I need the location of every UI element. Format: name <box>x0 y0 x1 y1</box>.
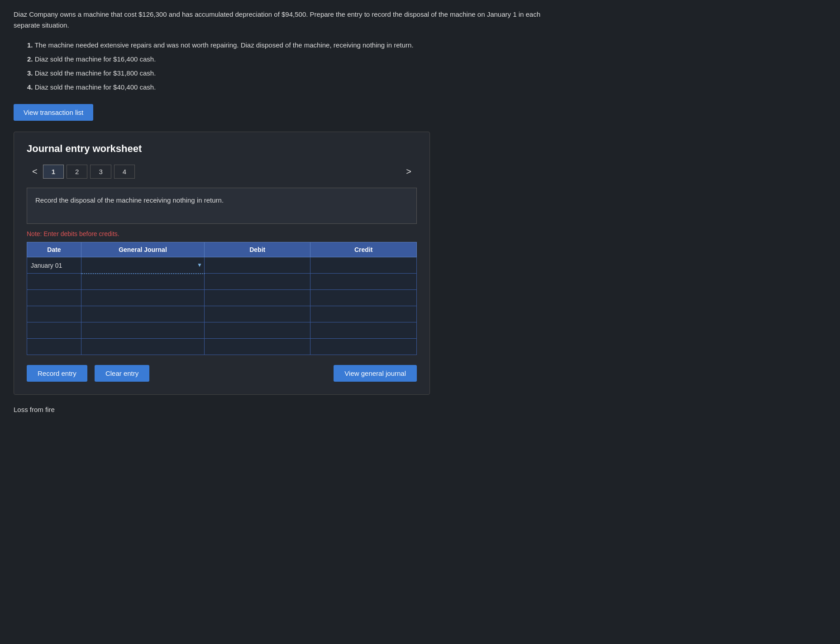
col-credit: Credit <box>310 242 417 257</box>
date-cell-3 <box>27 290 81 306</box>
view-general-journal-button[interactable]: View general journal <box>334 365 417 382</box>
debit-cell-6[interactable] <box>204 339 310 355</box>
journal-input-5[interactable] <box>91 322 204 338</box>
journal-cell-6[interactable] <box>81 339 205 355</box>
intro-item-3: 3. Diaz sold the machine for $31,800 cas… <box>27 67 826 79</box>
instruction-box: Record the disposal of the machine recei… <box>27 188 417 224</box>
credit-cell-4[interactable] <box>310 306 417 322</box>
worksheet-title: Journal entry worksheet <box>27 143 417 155</box>
col-date: Date <box>27 242 81 257</box>
table-row: January 01 ▼ <box>27 257 417 274</box>
journal-cell-4[interactable] <box>81 306 205 322</box>
tabs-row: < 1 2 3 4 > <box>27 164 417 180</box>
debit-input-5[interactable] <box>205 322 310 338</box>
credit-cell-2[interactable] <box>310 274 417 290</box>
credit-cell-6[interactable] <box>310 339 417 355</box>
debit-input-3[interactable] <box>205 290 310 306</box>
journal-input-4[interactable] <box>91 306 204 322</box>
tab-1[interactable]: 1 <box>43 165 64 179</box>
footer-text: Loss from fire <box>14 406 826 413</box>
journal-entry-worksheet: Journal entry worksheet < 1 2 3 4 > Reco… <box>14 132 430 395</box>
table-row <box>27 306 417 322</box>
debit-input-1[interactable] <box>205 257 310 273</box>
date-cell-1: January 01 <box>27 257 81 274</box>
debit-input-6[interactable] <box>205 339 310 355</box>
table-row <box>27 322 417 339</box>
date-cell-6 <box>27 339 81 355</box>
intro-item-1: 1. The machine needed extensive repairs … <box>27 39 826 51</box>
table-row <box>27 274 417 290</box>
record-entry-button[interactable]: Record entry <box>27 365 87 382</box>
instruction-text: Record the disposal of the machine recei… <box>35 196 224 204</box>
credit-input-4[interactable] <box>310 306 416 322</box>
col-debit: Debit <box>204 242 310 257</box>
journal-table: Date General Journal Debit Credit Januar… <box>27 242 417 355</box>
journal-input-1[interactable] <box>81 257 195 273</box>
debit-cell-4[interactable] <box>204 306 310 322</box>
debit-cell-1[interactable] <box>204 257 310 274</box>
credit-cell-5[interactable] <box>310 322 417 339</box>
credit-input-2[interactable] <box>310 274 416 289</box>
tab-2[interactable]: 2 <box>67 165 87 179</box>
action-buttons: Record entry Clear entry View general jo… <box>27 365 417 382</box>
credit-cell-3[interactable] <box>310 290 417 306</box>
table-row <box>27 339 417 355</box>
date-cell-4 <box>27 306 81 322</box>
journal-cell-3[interactable] <box>81 290 205 306</box>
journal-cell-2[interactable] <box>81 274 205 290</box>
journal-cell-1[interactable]: ▼ <box>81 257 205 274</box>
view-transaction-button[interactable]: View transaction list <box>14 104 93 121</box>
debit-cell-3[interactable] <box>204 290 310 306</box>
next-tab-button[interactable]: > <box>401 164 417 180</box>
table-row <box>27 290 417 306</box>
debit-input-2[interactable] <box>205 274 310 289</box>
journal-input-2[interactable] <box>91 274 204 290</box>
date-cell-2 <box>27 274 81 290</box>
date-cell-5 <box>27 322 81 339</box>
credit-input-1[interactable] <box>310 257 416 273</box>
col-general-journal: General Journal <box>81 242 205 257</box>
debit-cell-5[interactable] <box>204 322 310 339</box>
journal-input-3[interactable] <box>91 290 204 306</box>
credit-input-6[interactable] <box>310 339 416 355</box>
clear-entry-button[interactable]: Clear entry <box>95 365 149 382</box>
credit-input-5[interactable] <box>310 322 416 338</box>
credit-cell-1[interactable] <box>310 257 417 274</box>
tab-4[interactable]: 4 <box>114 165 135 179</box>
debit-input-4[interactable] <box>205 306 310 322</box>
credit-input-3[interactable] <box>310 290 416 306</box>
journal-input-6[interactable] <box>91 339 204 355</box>
prev-tab-button[interactable]: < <box>27 164 43 180</box>
debit-cell-2[interactable] <box>204 274 310 290</box>
intro-list: 1. The machine needed extensive repairs … <box>27 39 826 93</box>
intro-paragraph: Diaz Company owns a machine that cost $1… <box>14 9 557 31</box>
tab-3[interactable]: 3 <box>90 165 111 179</box>
intro-item-2: 2. Diaz sold the machine for $16,400 cas… <box>27 53 826 65</box>
note-text: Note: Enter debits before credits. <box>27 230 417 237</box>
intro-item-4: 4. Diaz sold the machine for $40,400 cas… <box>27 81 826 93</box>
journal-cell-5[interactable] <box>81 322 205 339</box>
dropdown-arrow-icon: ▼ <box>197 262 202 268</box>
